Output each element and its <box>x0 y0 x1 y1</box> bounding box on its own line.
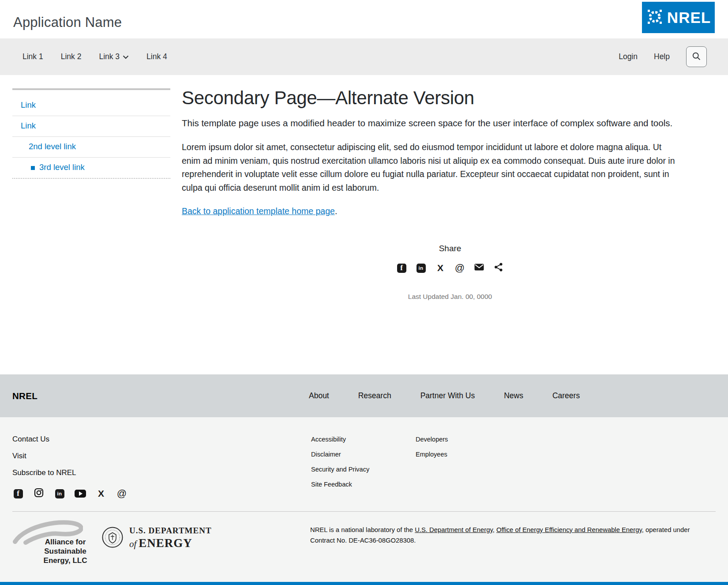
sidebar-nav: Link Link 2nd level link 3rd level link <box>12 88 170 179</box>
nrel-sun-icon <box>646 8 664 27</box>
doe-logo: U.S. DEPARTMENT ofENERGY <box>101 526 212 550</box>
youtube-icon <box>75 490 86 498</box>
footer-nav-careers[interactable]: Careers <box>552 391 580 400</box>
share-email-button[interactable] <box>474 263 484 273</box>
share-nodes-icon <box>494 262 503 274</box>
footer-brand-band: NREL About Research Partner With Us News… <box>0 374 728 417</box>
sidebar-link-2nd-level[interactable]: 2nd level link <box>12 137 170 157</box>
main-content: Secondary Page—Alternate Version This te… <box>182 75 718 301</box>
footer-nav-research[interactable]: Research <box>358 391 391 400</box>
footer-visit-link[interactable]: Visit <box>12 452 128 460</box>
footer-secondary-links-col2: Developers Employees <box>416 436 448 466</box>
alliance-logo-text: Alliance for Sustainable Energy, LLC <box>26 537 105 565</box>
facebook-icon: f <box>14 489 23 498</box>
nav-utility: Login Help <box>619 38 707 75</box>
footer-facebook-link[interactable]: f <box>12 489 24 498</box>
footer-security-privacy-link[interactable]: Security and Privacy <box>311 466 369 474</box>
share-x-button[interactable]: X <box>435 263 446 273</box>
threads-icon: @ <box>117 488 127 499</box>
footer-accessibility-link[interactable]: Accessibility <box>311 436 369 444</box>
back-to-home-link[interactable]: Back to application template home page <box>182 206 335 216</box>
page-title: Secondary Page—Alternate Version <box>182 87 718 109</box>
app-title: Application Name <box>13 15 122 30</box>
footer-site-feedback-link[interactable]: Site Feedback <box>311 481 369 489</box>
share-icons: f in X @ <box>182 263 718 273</box>
doe-logo-text: U.S. DEPARTMENT ofENERGY <box>129 526 212 550</box>
alliance-logo: Alliance for Sustainable Energy, LLC <box>11 519 105 565</box>
sidebar-item: 3rd level link <box>12 158 170 179</box>
share-facebook-button[interactable]: f <box>396 263 407 273</box>
footer-divider <box>12 511 716 512</box>
facebook-icon: f <box>397 264 406 273</box>
nav-link-1[interactable]: Link 1 <box>23 52 43 61</box>
eere-link[interactable]: Office of Energy Efficiency and Renewabl… <box>496 526 642 533</box>
share-linkedin-button[interactable]: in <box>416 263 426 273</box>
app-header: Application Name NREL <box>0 0 728 38</box>
nrel-logo-text: NREL <box>667 9 711 26</box>
footer-subscribe-link[interactable]: Subscribe to NREL <box>12 468 128 477</box>
help-link[interactable]: Help <box>654 52 670 61</box>
footer-x-link[interactable]: X <box>95 489 107 498</box>
envelope-icon <box>474 262 484 274</box>
nav-links: Link 1 Link 2 Link 3 Link 4 <box>23 52 167 61</box>
square-bullet-icon <box>31 166 35 170</box>
footer-nav-about[interactable]: About <box>309 391 329 400</box>
search-icon <box>692 52 701 62</box>
share-threads-button[interactable]: @ <box>454 263 465 273</box>
top-nav: Link 1 Link 2 Link 3 Link 4 Login Help <box>0 38 728 75</box>
footer-disclaimer-text: NREL is a national laboratory of the U.S… <box>310 525 698 546</box>
sidebar-link-2[interactable]: Link <box>12 116 170 136</box>
footer-disclaimer-link[interactable]: Disclaimer <box>311 451 369 459</box>
sidebar-item: Link <box>12 116 170 137</box>
last-updated-text: Last Updated Jan. 00, 0000 <box>182 293 718 301</box>
lead-paragraph: This template page uses a modified heade… <box>182 116 676 130</box>
footer-primary-links: Contact Us Visit Subscribe to NREL f <box>12 435 128 498</box>
footer-threads-link[interactable]: @ <box>116 489 128 498</box>
footer-nrel-wordmark[interactable]: NREL <box>12 391 38 401</box>
footer-instagram-link[interactable] <box>33 489 45 498</box>
x-icon: X <box>98 488 104 499</box>
footer-contact-us-link[interactable]: Contact Us <box>12 435 128 444</box>
search-button[interactable] <box>686 46 707 67</box>
chevron-down-icon <box>123 52 129 61</box>
nrel-logo[interactable]: NREL <box>642 2 715 33</box>
sidebar-item: 2nd level link <box>12 137 170 158</box>
threads-icon: @ <box>455 262 465 274</box>
nav-link-4[interactable]: Link 4 <box>146 52 167 61</box>
footer-employees-link[interactable]: Employees <box>416 451 448 459</box>
linkedin-icon: in <box>55 489 64 498</box>
x-icon: X <box>437 263 443 273</box>
footer-developers-link[interactable]: Developers <box>416 436 448 444</box>
footer-youtube-link[interactable] <box>75 489 86 498</box>
footer-blue-strip <box>0 582 728 585</box>
footer-social-icons: f in <box>12 489 128 498</box>
footer-linkedin-link[interactable]: in <box>54 489 65 498</box>
footer-nav-news[interactable]: News <box>504 391 523 400</box>
page: Application Name NREL Link 1 Link 2 Link… <box>0 0 728 585</box>
share-other-button[interactable] <box>493 263 504 273</box>
footer-secondary-links-col1: Accessibility Disclaimer Security and Pr… <box>311 436 369 496</box>
linkedin-icon: in <box>417 264 426 273</box>
footer-nav: About Research Partner With Us News Care… <box>309 391 580 400</box>
footer-main: Contact Us Visit Subscribe to NREL f <box>0 417 728 582</box>
doe-link[interactable]: U.S. Department of Energy <box>415 526 493 533</box>
nav-link-3[interactable]: Link 3 <box>99 52 129 61</box>
instagram-icon <box>34 488 44 499</box>
share-block: Share f in X @ <box>182 244 718 301</box>
nav-link-2[interactable]: Link 2 <box>61 52 82 61</box>
footer-nav-partner[interactable]: Partner With Us <box>420 391 475 400</box>
body-paragraph: Lorem ipsum dolor sit amet, consectetur … <box>182 140 677 194</box>
sidebar-item: Link <box>12 90 170 116</box>
sidebar-link-3rd-level[interactable]: 3rd level link <box>12 158 170 178</box>
back-link-row: Back to application template home page. <box>182 206 718 216</box>
login-link[interactable]: Login <box>619 52 638 61</box>
content-area: Link Link 2nd level link 3rd level link … <box>0 75 728 374</box>
doe-seal-icon <box>101 526 124 550</box>
sidebar-link-1[interactable]: Link <box>12 90 170 116</box>
share-title: Share <box>182 244 718 253</box>
